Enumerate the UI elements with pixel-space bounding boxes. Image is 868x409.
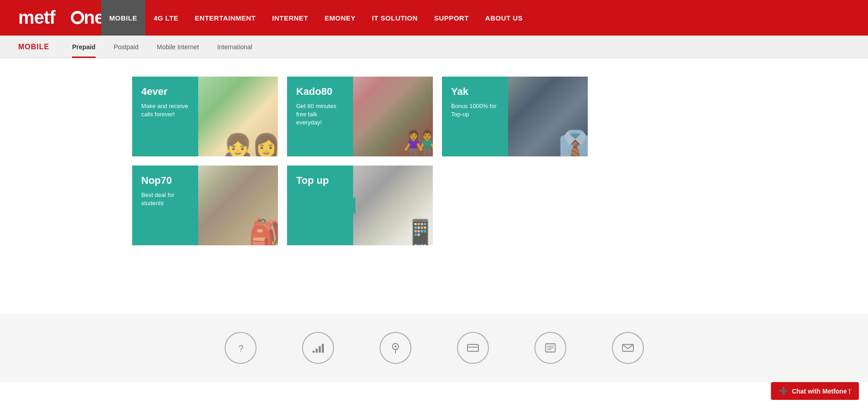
card-desc: Get 80 minutes free talk everyday! — [296, 102, 344, 127]
location-icon — [380, 332, 411, 364]
nav-item-it-solution[interactable]: IT SOLUTION — [364, 0, 426, 36]
card-title: 4ever — [141, 86, 189, 98]
footer-item-payment[interactable] — [457, 332, 489, 364]
card-desc: Best deal for students — [141, 191, 189, 207]
card-top-up[interactable]: Top up — [287, 166, 433, 245]
card-image — [353, 166, 433, 245]
footer-item-signal[interactable] — [302, 332, 334, 364]
nav-item-about-us[interactable]: ABOUT US — [477, 0, 531, 36]
cards-bottom-row: Nop70Best deal for studentsTop up — [132, 166, 736, 245]
svg-rect-12 — [467, 345, 478, 352]
logo[interactable]: metf ne — [18, 6, 101, 29]
news-icon — [534, 332, 566, 364]
svg-point-10 — [394, 346, 396, 348]
sub-nav-item-prepaid[interactable]: Prepaid — [63, 36, 104, 58]
email-icon — [612, 332, 644, 364]
svg-rect-7 — [318, 346, 321, 352]
svg-text:ne: ne — [84, 7, 101, 27]
footer-item-location[interactable] — [380, 332, 411, 364]
card-yak[interactable]: YakBonus 1000% for Top-up — [442, 77, 588, 156]
card-image — [508, 77, 588, 156]
nav-item-mobile[interactable]: MOBILE — [101, 0, 145, 36]
card-title: Nop70 — [141, 175, 189, 186]
help-icon: ? — [225, 332, 257, 364]
payment-icon — [457, 332, 489, 364]
nav-item-support[interactable]: SUPPORT — [426, 0, 477, 36]
nav-item-emoney[interactable]: EMONEY — [316, 0, 364, 36]
svg-rect-6 — [315, 349, 318, 353]
svg-rect-8 — [322, 344, 324, 353]
cards-top-row: 4everMake and receive calls forever!Kado… — [132, 77, 736, 156]
signal-icon — [302, 332, 334, 364]
card-image — [198, 166, 278, 245]
card-kado80[interactable]: Kado80Get 80 minutes free talk everyday! — [287, 77, 433, 156]
sub-nav-item-mobile-internet[interactable]: Mobile Internet — [148, 36, 208, 58]
sub-nav: MOBILE PrepaidPostpaidMobile InternetInt… — [0, 36, 868, 58]
card-image — [353, 77, 433, 156]
main-header: metf ne MOBILE4G LTEENTERTAINMENTINTERNE… — [0, 0, 868, 36]
card-arrow-icon — [353, 197, 355, 215]
footer-item-email[interactable] — [612, 332, 644, 364]
card-image — [198, 77, 278, 156]
svg-text:metf: metf — [18, 7, 56, 27]
svg-text:?: ? — [238, 343, 243, 353]
main-content: 4everMake and receive calls forever!Kado… — [0, 58, 868, 314]
card-title: Kado80 — [296, 86, 344, 98]
sub-nav-item-international[interactable]: International — [208, 36, 262, 58]
card-desc: Make and receive calls forever! — [141, 102, 189, 119]
footer: ? — [0, 314, 868, 382]
sub-nav-item-postpaid[interactable]: Postpaid — [105, 36, 148, 58]
svg-point-2 — [73, 13, 82, 21]
card-nop70[interactable]: Nop70Best deal for students — [132, 166, 278, 245]
card-desc: Bonus 1000% for Top-up — [451, 102, 499, 119]
main-nav: MOBILE4G LTEENTERTAINMENTINTERNETEMONEYI… — [101, 0, 531, 36]
sub-nav-title: MOBILE — [18, 43, 49, 51]
card-title: Top up — [296, 175, 344, 186]
footer-item-help[interactable]: ? — [225, 332, 257, 364]
card-title: Yak — [451, 86, 499, 98]
svg-rect-5 — [313, 351, 315, 353]
nav-item-entertainment[interactable]: ENTERTAINMENT — [187, 0, 264, 36]
card-4ever[interactable]: 4everMake and receive calls forever! — [132, 77, 278, 156]
footer-item-news[interactable] — [534, 332, 566, 364]
nav-item-4g-lte[interactable]: 4G LTE — [145, 0, 186, 36]
nav-item-internet[interactable]: INTERNET — [264, 0, 316, 36]
